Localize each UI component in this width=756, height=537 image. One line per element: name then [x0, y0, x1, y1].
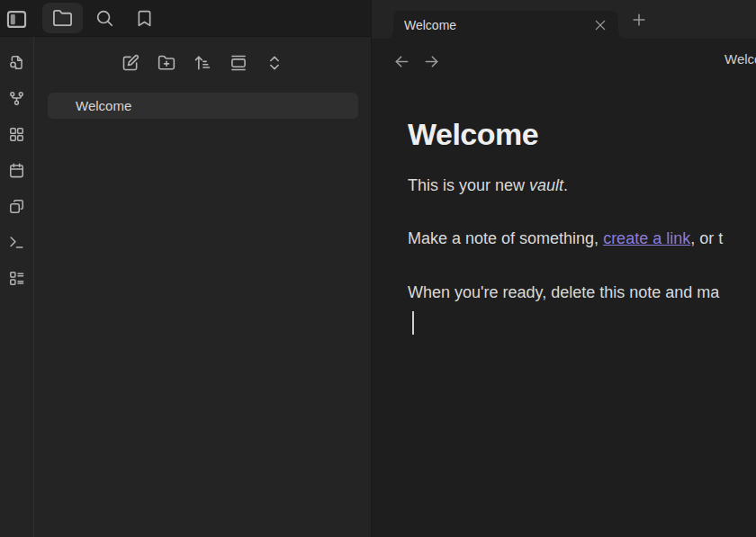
note-paragraph-3: When you're ready, delete this note and … — [408, 281, 756, 304]
markdown-editor[interactable]: Welcome This is your new vault. Make a n… — [372, 116, 756, 335]
paragraph-text: . — [563, 176, 568, 194]
view-header: Welcome — [372, 39, 756, 79]
tab-title: Welcome — [404, 18, 590, 32]
command-palette-button[interactable] — [4, 229, 30, 255]
graph-icon — [8, 90, 25, 107]
note-breadcrumb-title[interactable]: Welcome — [724, 51, 756, 67]
tab-corner-decoration — [618, 31, 626, 39]
text-cursor — [412, 311, 414, 335]
note-paragraph-1: This is your new vault. — [408, 174, 756, 197]
new-note-icon — [122, 54, 140, 72]
copy-icon — [8, 198, 25, 215]
tab-corner-decoration — [386, 31, 393, 39]
x-icon — [593, 18, 608, 32]
search-icon — [94, 8, 114, 28]
arrow-right-icon — [422, 52, 441, 71]
gallery-vertical-icon — [230, 54, 248, 72]
tab-welcome[interactable]: Welcome — [393, 11, 618, 39]
toggle-left-sidebar-button[interactable] — [3, 6, 30, 31]
chevrons-up-down-icon — [266, 54, 284, 72]
note-heading: Welcome — [408, 116, 756, 153]
quick-switcher-button[interactable] — [4, 49, 30, 75]
new-folder-button[interactable] — [155, 51, 178, 75]
calendar-icon — [8, 162, 25, 179]
titlebar-left — [0, 0, 371, 37]
panel-left-icon — [4, 7, 29, 31]
file-tree-item-welcome[interactable]: Welcome — [48, 93, 358, 119]
plus-icon — [630, 11, 648, 29]
file-explorer-panel: Welcome — [34, 37, 371, 537]
paragraph-text: Make a note of something, — [408, 229, 603, 247]
tab-bar: Welcome — [372, 0, 756, 39]
new-tab-button[interactable] — [627, 8, 650, 31]
sort-order-icon — [194, 54, 212, 72]
file-search-icon — [8, 54, 25, 71]
collapse-all-button[interactable] — [263, 51, 286, 75]
ribbon — [0, 37, 34, 537]
new-note-button[interactable] — [119, 51, 142, 75]
canvas-button[interactable] — [4, 121, 30, 147]
layout-grid-icon — [8, 126, 25, 143]
graph-view-button[interactable] — [4, 85, 30, 111]
emphasis-text: vault — [529, 176, 563, 194]
new-folder-icon — [158, 54, 176, 72]
folder-icon — [52, 8, 73, 29]
file-name-label: Welcome — [76, 98, 131, 113]
templates-button[interactable] — [4, 193, 30, 219]
bookmark-icon — [135, 9, 154, 28]
note-paragraph-2: Make a note of something, create a link,… — [408, 227, 756, 250]
arrow-left-icon — [392, 52, 411, 71]
paragraph-text: This is your new — [408, 176, 529, 194]
terminal-icon — [8, 234, 25, 251]
navigate-back-button[interactable] — [391, 50, 413, 73]
show-tab-stack-button[interactable] — [227, 51, 250, 75]
daily-note-button[interactable] — [4, 157, 30, 183]
tab-close-button[interactable] — [590, 14, 611, 36]
list-view-button[interactable] — [4, 265, 30, 291]
file-explorer-toolbar — [34, 37, 371, 75]
sidebar-tab-search[interactable] — [87, 3, 122, 33]
workspace-main: Welcome Welcome Welco — [371, 0, 756, 537]
sidebar-tab-files[interactable] — [42, 3, 83, 33]
layout-list-icon — [8, 270, 25, 287]
sort-order-button[interactable] — [191, 51, 214, 75]
create-a-link-link[interactable]: create a link — [603, 229, 690, 247]
navigate-forward-button[interactable] — [420, 50, 443, 73]
paragraph-text: , or t — [690, 229, 723, 247]
sidebar-tab-bookmarks[interactable] — [127, 3, 161, 33]
